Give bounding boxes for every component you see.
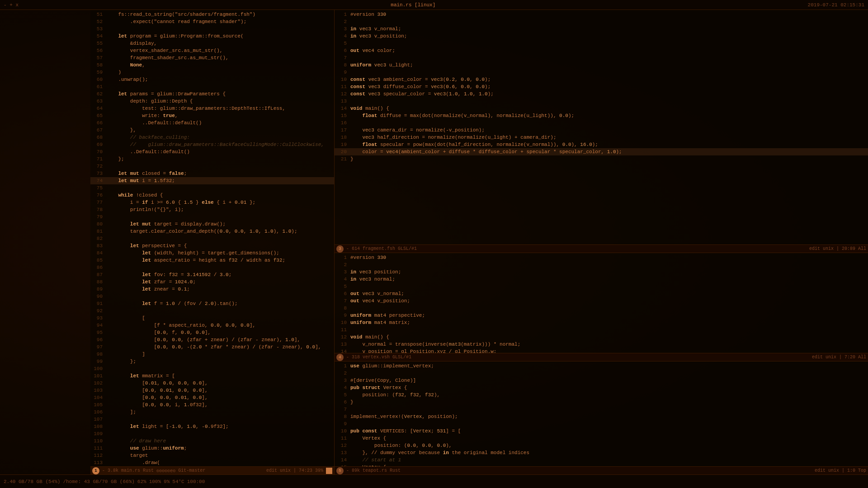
code-line-9: 9 uniform mat4 perspective; [335, 312, 868, 319]
code-line-89: 89 let znear = 0.1; [90, 286, 334, 293]
code-line-14: 14 // start at 1 [335, 456, 868, 464]
code-line-5: 5 [335, 40, 868, 47]
line-number-6: 6 [335, 290, 350, 297]
line-number-51: 51 [90, 11, 106, 18]
left-pane-main-rs[interactable]: 51 fs::read_to_string("src/shaders/fragm… [90, 10, 335, 474]
line-content-95: [0.0, f, 0.0, 0.0], [106, 329, 334, 336]
line-number-4: 4 [335, 384, 350, 391]
code-line-65: 65 write: true, [90, 112, 334, 119]
code-line-79: 79 [90, 213, 334, 221]
line-number-98: 98 [90, 351, 106, 358]
code-line-88: 88 let zfar = 1024.0; [90, 278, 334, 286]
code-line-15: 15 float diffuse = max(dot(normalize(v_n… [335, 112, 868, 119]
line-number-10: 10 [335, 76, 350, 83]
line-content-60: .unwrap(); [106, 76, 334, 83]
line-content-9 [350, 420, 868, 427]
line-content-77: i = if i >= 6.0 { 1.5 } else { i + 0.01 … [106, 199, 334, 206]
vertex-fsh-code-area[interactable]: 1 #version 330 2 3 in vec3 position; 4 i… [335, 253, 868, 353]
window-controls[interactable]: - + x [4, 2, 19, 8]
line-number-12: 12 [335, 333, 350, 341]
code-line-6: 6 out vec4 color; [335, 47, 868, 54]
right-top-pane[interactable]: 1 #version 330 2 3 in vec3 v_normal; 4 i… [335, 10, 868, 253]
line-number-111: 111 [90, 445, 106, 452]
rm-lang: GLSL/#1 [392, 355, 411, 360]
line-content-14: v_position = gl_Position.xyz / gl_Positi… [350, 348, 868, 353]
code-line-55: 55 &display, [90, 40, 334, 47]
line-content-68: // backface_culling: [106, 134, 334, 141]
line-number-64: 64 [90, 105, 106, 112]
rb-pos: unix | 1:0 [828, 468, 855, 473]
code-line-9: 9 [335, 420, 868, 427]
line-content-70: ..Default::default() [106, 148, 334, 155]
line-content-13: v_normal = transpose(inverse(mat3(matrix… [350, 341, 868, 348]
line-content-8 [350, 305, 868, 312]
code-line-14: 14 v_position = gl_Position.xyz / gl_Pos… [335, 348, 868, 353]
code-line-68: 68 // backface_culling: [90, 134, 334, 141]
line-content-105: [0.0, 0.0, i, 1.0f32], [106, 401, 334, 408]
line-content-7 [350, 54, 868, 61]
line-content-11: const vec3 diffuse_color = vec3(0.6, 0.0… [350, 83, 868, 90]
right-bottom-pane[interactable]: 1 use glium::implement_vertex; 2 3 #[der… [335, 361, 868, 474]
line-number-11: 11 [335, 83, 350, 90]
pane-badge-4: 4 [336, 354, 344, 361]
main-rs-code-area[interactable]: 51 fs::read_to_string("src/shaders/fragm… [90, 10, 334, 466]
line-number-13: 13 [335, 449, 350, 456]
pane-badge-3: 3 [336, 245, 344, 253]
left-git: Git-master [178, 468, 205, 473]
code-line-104: 104 [0.0, 0.0, 0.01, 0.0], [90, 394, 334, 401]
code-line-91: 91 let f = 1.0 / (fov / 2.0).tan(); [90, 300, 334, 307]
line-content-75 [106, 184, 334, 192]
code-line-51: 51 fs::read_to_string("src/shaders/fragm… [90, 11, 334, 18]
line-content-101: let mmatrix = [ [106, 372, 334, 380]
code-line-1: 1 #version 330 [335, 254, 868, 261]
code-line-3: 3 in vec3 position; [335, 268, 868, 276]
code-line-5: 5 position: (f32, f32, f32), [335, 391, 868, 399]
line-content-12: const vec3 specular_color = vec3(1.0, 1.… [350, 90, 868, 98]
line-number-91: 91 [90, 300, 106, 307]
line-number-101: 101 [90, 372, 106, 380]
sysinfo-home: /home: 43 GB/70 GB (66%) [63, 479, 134, 484]
right-mid-status-bar: 4 - 318 vertex.vsh GLSL/#1 edit unix | 7… [335, 353, 868, 361]
fragment-fsh-code-area[interactable]: 1 #version 330 2 3 in vec3 v_normal; 4 i… [335, 10, 868, 244]
line-content-12: position: (0.0, 0.0, 0.0), [350, 442, 868, 449]
line-content-103: [0.0, 0.01, 0.0, 0.0], [106, 387, 334, 394]
line-number-85: 85 [90, 257, 106, 264]
line-number-2: 2 [335, 261, 350, 268]
line-number-70: 70 [90, 148, 106, 155]
line-content-111: use glium::uniform; [106, 445, 334, 452]
rt-all: All [858, 246, 866, 251]
code-line-58: 58 None, [90, 61, 334, 69]
line-number-95: 95 [90, 329, 106, 336]
sysinfo-memory: 2.40 GB/78 GB (54%) [4, 479, 60, 484]
teapot-rs-code-area[interactable]: 1 use glium::implement_vertex; 2 3 #[der… [335, 361, 868, 466]
line-content-74: let mut i = 1.5f32; [106, 177, 334, 184]
line-number-89: 89 [90, 286, 106, 293]
code-line-60: 60 .unwrap(); [90, 76, 334, 83]
line-content-112: target [106, 452, 334, 459]
line-number-6: 6 [335, 47, 350, 54]
line-number-14: 14 [335, 105, 350, 112]
code-line-86: 86 [90, 264, 334, 271]
line-number-3: 3 [335, 25, 350, 33]
editor-container: 51 fs::read_to_string("src/shaders/fragm… [90, 10, 868, 474]
line-content-67: }, [106, 127, 334, 134]
code-line-53: 53 [90, 25, 334, 33]
line-number-58: 58 [90, 61, 106, 69]
line-number-1: 1 [335, 11, 350, 18]
line-content-56: vertex_shader_src.as_mut_str(), [106, 47, 334, 54]
line-number-1: 1 [335, 362, 350, 370]
line-number-14: 14 [335, 348, 350, 353]
line-number-8: 8 [335, 61, 350, 69]
line-content-97: [0.0, 0.0, -(2.0 * zfar * znear) / (zfar… [106, 343, 334, 351]
line-number-81: 81 [90, 228, 106, 235]
line-content-72 [106, 163, 334, 170]
code-line-106: 106 ]; [90, 408, 334, 416]
code-line-20: 20 color = vec4(ambient_color + diffuse … [335, 148, 868, 155]
line-content-2 [350, 261, 868, 268]
code-line-73: 73 let mut closed = false; [90, 170, 334, 177]
line-number-96: 96 [90, 336, 106, 343]
line-number-73: 73 [90, 170, 106, 177]
code-line-14: 14 void main() { [335, 105, 868, 112]
sidebar [0, 10, 90, 474]
right-middle-pane[interactable]: 1 #version 330 2 3 in vec3 position; 4 i… [335, 253, 868, 361]
